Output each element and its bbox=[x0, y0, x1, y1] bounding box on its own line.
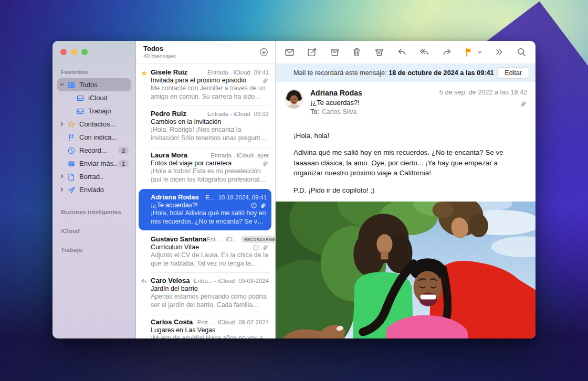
envelope-icon bbox=[284, 47, 295, 58]
chevron-right-icon[interactable] bbox=[59, 173, 65, 179]
sidebar-item-label: Enviar más... bbox=[79, 160, 118, 167]
compose-button[interactable] bbox=[307, 47, 318, 58]
filter-icon[interactable] bbox=[259, 47, 269, 57]
chevron-down-icon[interactable] bbox=[59, 81, 65, 88]
message-row-selected[interactable]: Adriana Rodas E...10-18-2024, 09:41 ¡¿Te… bbox=[139, 189, 271, 230]
recordarme-badge: RECORDARME bbox=[241, 236, 275, 243]
paperclip-icon bbox=[262, 160, 269, 167]
message-row[interactable]: Caro Velosa Entra... - iCloud09-03-2024 … bbox=[136, 272, 275, 314]
sidebar-item-label: Record... bbox=[79, 146, 107, 154]
mailbox-title: Todos bbox=[143, 45, 176, 53]
sidebar-item-todos[interactable]: Todos bbox=[57, 78, 131, 91]
clock-icon bbox=[67, 146, 76, 155]
sidebar-item-label: Todos bbox=[79, 81, 98, 89]
reading-pane: Mail te recordará este mensaje: 18 de oc… bbox=[276, 41, 536, 338]
edit-reminder-button[interactable]: Editar bbox=[497, 67, 529, 79]
sidebar-item-con-indicador[interactable]: Con indica... bbox=[57, 131, 131, 144]
chevron-down-icon[interactable] bbox=[477, 49, 482, 55]
sidebar-item-enviar-mas-tarde[interactable]: Enviar más... 1 bbox=[57, 157, 131, 170]
body-paragraph: P.D. ¡Pido ir de copiloto! ;) bbox=[293, 185, 527, 195]
forward-button[interactable] bbox=[442, 47, 453, 58]
message-list-header: Todos 40 mensajes bbox=[136, 41, 275, 64]
sender-name: Adriana Rodas bbox=[310, 89, 362, 97]
forward-icon bbox=[442, 47, 453, 58]
reply-icon bbox=[396, 47, 407, 58]
message-row[interactable]: Pedro Ruiz Entrada - iCloud09:32 Cambios… bbox=[136, 105, 275, 147]
reminder-text: Mail te recordará este mensaje: 18 de oc… bbox=[293, 69, 494, 77]
sidebar-item-label: Contactos... bbox=[79, 120, 116, 128]
message-row[interactable]: Gustavo Santana Ent... - iCl...RECORDARM… bbox=[136, 231, 275, 272]
mailbox-sidebar: Favoritos Todos iCloud bbox=[52, 41, 135, 338]
avatar bbox=[284, 89, 304, 109]
mail-window: Favoritos Todos iCloud bbox=[52, 41, 536, 338]
attachment-photo[interactable] bbox=[276, 202, 536, 338]
message-count: 40 mensajes bbox=[143, 53, 176, 60]
inbox-tray-icon bbox=[76, 107, 85, 115]
to-label: To: bbox=[310, 108, 319, 115]
favorites-label: Favoritos bbox=[52, 69, 135, 75]
paper-plane-icon bbox=[67, 186, 76, 194]
compose-icon bbox=[307, 47, 318, 58]
chevron-right-icon[interactable] bbox=[59, 121, 65, 127]
minimize-button[interactable] bbox=[71, 49, 77, 55]
search-button[interactable] bbox=[516, 47, 527, 58]
paperclip-icon bbox=[439, 100, 527, 108]
message-row[interactable]: Laura Mora Entrada - iCloudayer Fotos de… bbox=[136, 147, 275, 188]
toolbar bbox=[276, 41, 536, 64]
unread-badge: 1 bbox=[118, 160, 129, 167]
to-recipient[interactable]: Carlos Silva bbox=[322, 108, 357, 115]
message-row[interactable]: Carlos Costa Entr... - iCloud09-02-2024 … bbox=[136, 314, 275, 338]
sidebar-item-borradores[interactable]: Borrad.. bbox=[57, 170, 131, 183]
trash-icon bbox=[351, 47, 362, 58]
starred-icon bbox=[140, 69, 148, 77]
message-header: Adriana Rodas ¡¿Te acuerdas?! To:Carlos … bbox=[276, 82, 536, 122]
star-icon bbox=[67, 120, 76, 129]
paperclip-icon bbox=[262, 244, 269, 251]
reply-all-button[interactable] bbox=[419, 47, 430, 58]
section-trabajo[interactable]: Trabajo bbox=[52, 247, 135, 253]
replied-icon bbox=[140, 278, 148, 285]
more-toolbar-items-button[interactable] bbox=[494, 47, 505, 58]
sidebar-item-label: Con indica... bbox=[79, 133, 117, 141]
sidebar-item-contactos[interactable]: Contactos... bbox=[57, 118, 131, 131]
zoom-button[interactable] bbox=[81, 49, 88, 55]
sidebar-item-icloud-inbox[interactable]: iCloud bbox=[57, 91, 131, 104]
reminder-banner: Mail te recordará este mensaje: 18 de oc… bbox=[276, 64, 536, 82]
desktop-wallpaper: Favoritos Todos iCloud bbox=[0, 0, 588, 381]
sidebar-item-trabajo-inbox[interactable]: Trabajo bbox=[57, 104, 131, 118]
close-button[interactable] bbox=[60, 49, 67, 55]
reminder-clock-icon bbox=[250, 202, 257, 209]
reply-button[interactable] bbox=[396, 47, 407, 58]
search-icon bbox=[516, 47, 527, 58]
message-date: 5 de sep. de 2022 a las 19:42 bbox=[439, 89, 527, 96]
section-buzones-inteligentes[interactable]: Buzones inteligentes bbox=[52, 209, 135, 215]
unread-badge: 2 bbox=[118, 147, 129, 154]
double-chevron-icon bbox=[494, 47, 505, 58]
flag-icon bbox=[464, 47, 475, 58]
reply-all-icon bbox=[419, 47, 430, 58]
flag-icon bbox=[67, 133, 76, 142]
flag-button[interactable] bbox=[464, 47, 482, 58]
archive-button[interactable] bbox=[329, 47, 340, 58]
reminder-date: 18 de octubre de 2024 a las 09:41 bbox=[388, 69, 494, 77]
sidebar-item-enviado[interactable]: Enviado bbox=[57, 183, 131, 196]
delete-button[interactable] bbox=[351, 47, 362, 58]
message-rows: Gisele Ruiz Entrada - iCloud09:41 Invita… bbox=[136, 64, 275, 338]
inbox-tray-icon bbox=[76, 94, 85, 102]
sidebar-item-label: Trabajo bbox=[88, 107, 111, 115]
section-icloud[interactable]: iCloud bbox=[52, 228, 135, 234]
message-subject: ¡¿Te acuerdas?! bbox=[310, 99, 362, 107]
message-body: ¡Hola, hola! Adivina qué me salió hoy en… bbox=[276, 122, 536, 202]
inbox-stack-icon bbox=[67, 81, 76, 89]
message-row[interactable]: Gisele Ruiz Entrada - iCloud09:41 Invita… bbox=[136, 64, 275, 105]
paperclip-icon bbox=[260, 202, 267, 209]
junk-icon bbox=[374, 47, 385, 58]
archive-icon bbox=[329, 47, 340, 58]
get-mail-button[interactable] bbox=[284, 47, 295, 58]
chevron-right-icon[interactable] bbox=[59, 186, 65, 193]
sidebar-nav: Todos iCloud Trabajo bbox=[52, 78, 135, 196]
junk-button[interactable] bbox=[374, 47, 385, 58]
sidebar-item-recordarme[interactable]: Record... 2 bbox=[57, 144, 131, 157]
document-icon bbox=[67, 173, 76, 181]
send-later-icon bbox=[67, 160, 76, 168]
